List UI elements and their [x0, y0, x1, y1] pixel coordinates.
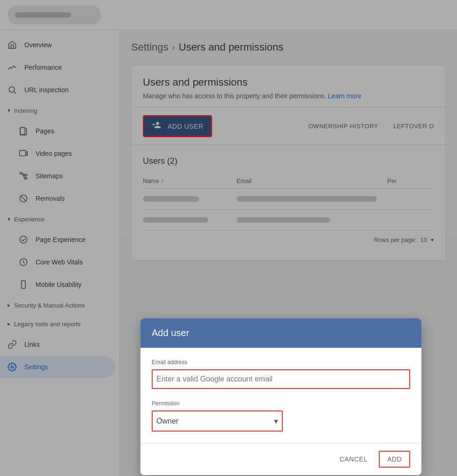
permission-select-wrapper: Owner Full Restricted ▾ [152, 410, 283, 432]
dialog-title: Add user [152, 328, 410, 338]
permission-select[interactable]: Owner Full Restricted [156, 411, 274, 431]
dialog-footer: CANCEL ADD [140, 443, 421, 475]
add-button[interactable]: ADD [379, 451, 410, 468]
email-input[interactable] [156, 372, 405, 386]
email-field-group: Email address [152, 359, 410, 389]
dialog-body: Email address Permission Owner Full Rest… [140, 348, 421, 443]
permission-field-group: Permission Owner Full Restricted ▾ [152, 400, 410, 432]
permission-label: Permission [152, 400, 410, 407]
email-label: Email address [152, 359, 410, 366]
dialog-header: Add user [140, 318, 421, 348]
email-input-wrapper [152, 369, 410, 389]
select-arrow-icon: ▾ [274, 416, 278, 426]
cancel-button[interactable]: CANCEL [332, 452, 375, 467]
add-user-dialog: Add user Email address Permission Owner … [140, 318, 421, 475]
